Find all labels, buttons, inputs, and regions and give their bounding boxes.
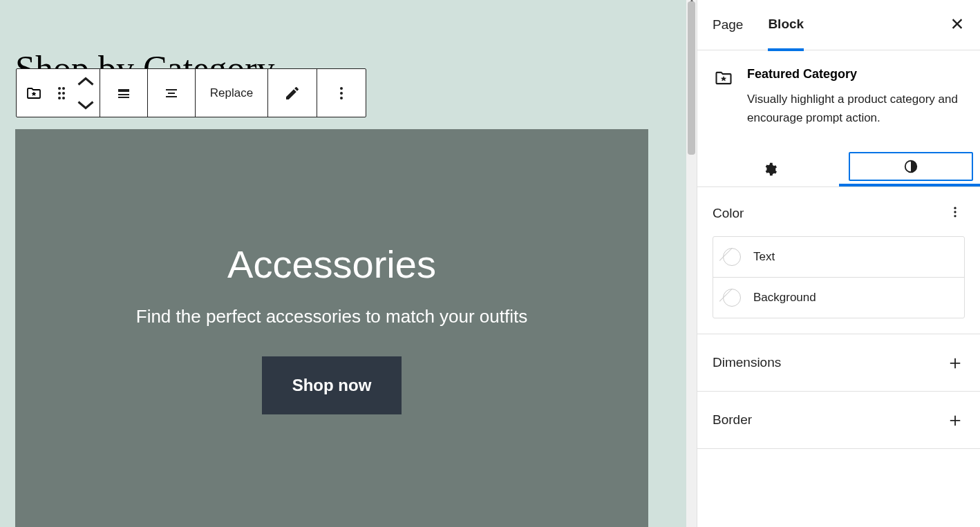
- svg-point-3: [62, 92, 65, 95]
- svg-point-1: [62, 87, 65, 90]
- pencil-icon: [284, 85, 301, 102]
- scrollbar-thumb[interactable]: [688, 1, 695, 155]
- scrollbar[interactable]: ▲: [686, 0, 697, 527]
- block-type-button[interactable]: [17, 69, 51, 117]
- svg-point-13: [340, 92, 343, 95]
- align-button[interactable]: [100, 69, 147, 117]
- svg-point-18: [954, 215, 956, 218]
- settings-sidebar: Page Block Featured Category Visually hi…: [697, 0, 980, 527]
- chevron-up-icon: [77, 73, 94, 90]
- drag-handle[interactable]: [51, 69, 72, 117]
- text-color-swatch: [723, 248, 741, 266]
- tab-page[interactable]: Page: [713, 1, 743, 49]
- background-color-row[interactable]: Background: [713, 278, 964, 318]
- dimensions-panel-title: Dimensions: [713, 355, 781, 370]
- styles-tab-button[interactable]: [849, 152, 973, 181]
- tab-block[interactable]: Block: [768, 0, 804, 51]
- svg-rect-8: [118, 97, 129, 98]
- block-info-icon: [714, 68, 733, 90]
- plus-icon: ＋: [945, 349, 965, 376]
- svg-point-2: [58, 92, 61, 95]
- block-info-title: Featured Category: [747, 67, 965, 82]
- color-panel-title: Color: [713, 206, 744, 221]
- svg-rect-10: [168, 93, 175, 94]
- svg-point-5: [62, 97, 65, 99]
- featured-category-icon: [714, 68, 733, 88]
- background-color-label: Background: [753, 291, 816, 305]
- svg-point-14: [340, 97, 343, 99]
- color-panel: Color Text Background: [697, 187, 980, 334]
- border-panel-title: Border: [713, 412, 752, 428]
- svg-rect-11: [166, 96, 177, 97]
- svg-rect-6: [118, 89, 129, 92]
- replace-button[interactable]: Replace: [196, 69, 267, 117]
- shop-now-button[interactable]: Shop now: [262, 356, 402, 414]
- svg-point-17: [954, 211, 956, 213]
- content-position-button[interactable]: [148, 69, 195, 117]
- align-center-icon: [163, 85, 180, 102]
- block-info: Featured Category Visually highlight a p…: [697, 50, 980, 144]
- more-options-button[interactable]: [317, 69, 366, 117]
- half-circle-icon: [903, 159, 918, 174]
- plus-icon: ＋: [945, 407, 965, 433]
- style-tab-row: [697, 144, 980, 187]
- dimensions-panel[interactable]: Dimensions ＋: [697, 334, 980, 392]
- border-panel[interactable]: Border ＋: [697, 392, 980, 449]
- featured-category-icon: [26, 85, 42, 102]
- featured-title[interactable]: Accessories: [227, 242, 436, 287]
- edit-button[interactable]: [268, 69, 317, 117]
- move-up-button[interactable]: [72, 70, 100, 93]
- svg-rect-7: [118, 94, 129, 95]
- chevron-down-icon: [77, 97, 94, 113]
- more-vertical-icon: [948, 205, 962, 219]
- close-panel-button[interactable]: [950, 17, 965, 34]
- svg-point-4: [58, 97, 61, 99]
- color-panel-options-button[interactable]: [945, 202, 965, 224]
- more-vertical-icon: [333, 85, 350, 102]
- move-down-button[interactable]: [72, 93, 100, 117]
- featured-category-block[interactable]: Accessories Find the perfect accessories…: [15, 129, 648, 527]
- close-icon: [950, 17, 965, 32]
- drag-dots-icon: [57, 86, 66, 101]
- block-info-description: Visually highlight a product category an…: [747, 90, 965, 127]
- background-color-swatch: [723, 289, 741, 307]
- text-color-row[interactable]: Text: [713, 237, 964, 278]
- align-full-icon: [115, 85, 132, 102]
- text-color-label: Text: [753, 250, 775, 264]
- active-tab-underline: [839, 184, 980, 186]
- svg-point-16: [954, 207, 956, 209]
- block-toolbar: Replace: [16, 68, 366, 117]
- svg-point-0: [58, 87, 61, 90]
- color-list: Text Background: [713, 236, 965, 318]
- svg-point-12: [340, 87, 343, 90]
- svg-rect-9: [166, 89, 177, 90]
- sidebar-tabs: Page Block: [697, 0, 980, 50]
- featured-subtitle[interactable]: Find the perfect accessories to match yo…: [136, 306, 527, 327]
- settings-tab-button[interactable]: [697, 152, 842, 186]
- editor-canvas: Shop by Category: [0, 0, 697, 527]
- gear-icon: [762, 162, 778, 177]
